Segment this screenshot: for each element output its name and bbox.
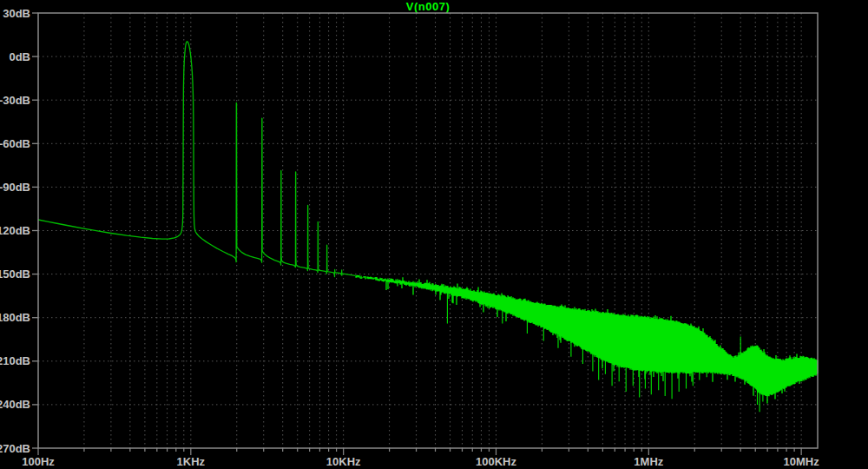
trace-noise-band (356, 275, 818, 404)
x-axis-tick-label: 1MHz (634, 455, 663, 468)
x-axis-tick-label: 10KHz (326, 455, 361, 468)
y-axis-tick-label: -90dB (0, 181, 30, 194)
y-axis-tick-label: -120dB (0, 224, 30, 237)
plot-border (38, 13, 818, 448)
trace-v-n007 (38, 42, 818, 413)
y-axis-tick-label: -150dB (0, 268, 30, 281)
y-axis-tick-label: 30dB (3, 7, 30, 20)
y-axis-tick-label: -60dB (0, 137, 30, 150)
grid-lines (38, 13, 818, 448)
x-axis-tick-label: 100Hz (22, 455, 55, 468)
y-axis-tick-label: -30dB (0, 94, 30, 107)
y-axis-tick-label: 0dB (9, 50, 30, 63)
fft-plot-canvas[interactable]: 30dB0dB-30dB-60dB-90dB-120dB-150dB-180dB… (0, 0, 868, 469)
y-axis-tick-label: -240dB (0, 398, 30, 411)
y-axis-tick-label: -210dB (0, 354, 30, 367)
x-axis-tick-label: 1KHz (177, 455, 206, 468)
ltspice-fft-plot-window: V(n007) 30dB0dB-30dB-60dB-90dB-120dB-150… (0, 0, 868, 469)
axis-tick-labels: 30dB0dB-30dB-60dB-90dB-120dB-150dB-180dB… (0, 7, 819, 469)
trace-line (38, 42, 356, 277)
axis-frame (38, 13, 818, 448)
x-axis-tick-label: 10MHz (784, 455, 820, 468)
y-axis-tick-label: -270dB (0, 442, 30, 455)
x-axis-tick-label: 100KHz (476, 455, 516, 468)
axis-ticks (32, 13, 801, 455)
y-axis-tick-label: -180dB (0, 311, 30, 324)
